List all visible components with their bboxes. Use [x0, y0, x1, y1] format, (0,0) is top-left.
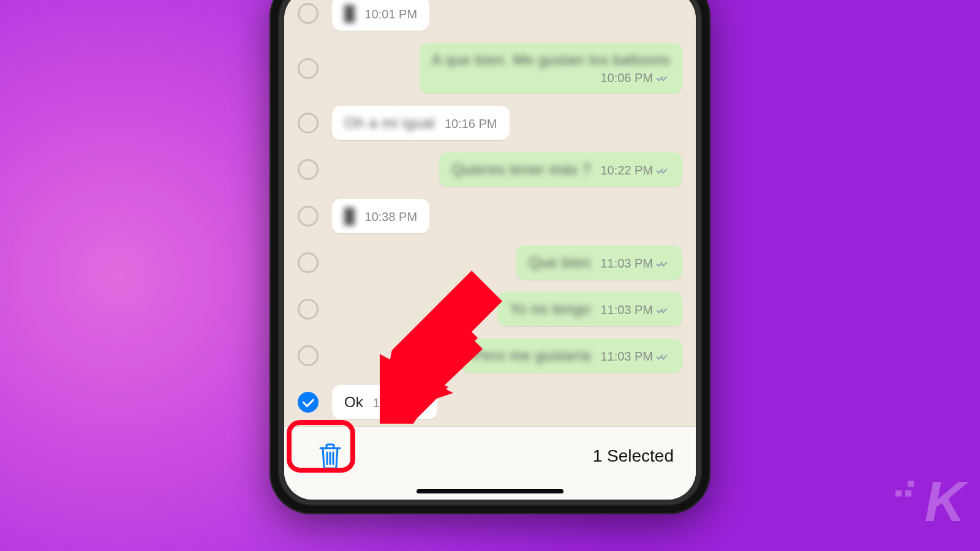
message-time: 10:01 PM — [365, 7, 418, 21]
selection-toolbar: 1 Selected — [284, 426, 696, 500]
message-select-circle[interactable] — [298, 3, 318, 24]
message-row[interactable]: Pero me gustaría11:03 PM — [298, 339, 682, 373]
message-text: █ — [344, 5, 355, 22]
read-ticks-icon — [657, 260, 670, 268]
message-time: 10:06 PM — [600, 71, 653, 85]
message-row[interactable]: Quieres tener más ?10:22 PM — [298, 152, 682, 187]
message-meta: 11:03 PM — [600, 350, 670, 364]
message-time: 11:04 PM — [373, 396, 426, 410]
message-time: 10:38 PM — [365, 210, 418, 224]
message-row[interactable]: Oh a mi igual10:16 PM — [298, 106, 682, 140]
bubble-area: Ok11:04 PM — [332, 385, 682, 419]
message-select-circle[interactable] — [298, 392, 318, 413]
phone-frame: █10:01 PMA que bien. Me gustan los ballo… — [270, 0, 710, 514]
message-text: Que bien — [529, 254, 590, 271]
message-time: 11:03 PM — [600, 350, 653, 364]
phone-screen: █10:01 PMA que bien. Me gustan los ballo… — [284, 0, 696, 500]
home-indicator[interactable] — [417, 489, 564, 493]
read-ticks-icon — [657, 167, 670, 175]
bubble-area: █10:01 PM — [332, 0, 682, 31]
message-row[interactable]: █10:01 PM — [298, 0, 682, 31]
message-select-circle[interactable] — [298, 58, 318, 79]
watermark-logo: K — [925, 470, 963, 534]
phone-bevel: █10:01 PMA que bien. Me gustan los ballo… — [278, 0, 702, 506]
message-meta: 11:04 PM — [373, 396, 426, 410]
message-row[interactable]: █10:38 PM — [298, 199, 682, 233]
sent-message-bubble[interactable]: Yo no tengo11:03 PM — [497, 292, 682, 326]
message-select-circle[interactable] — [298, 206, 318, 227]
message-select-circle[interactable] — [298, 345, 318, 366]
message-select-circle[interactable] — [298, 113, 318, 133]
message-row[interactable]: Yo no tengo11:03 PM — [298, 292, 682, 326]
bubble-area: █10:38 PM — [332, 199, 682, 233]
received-message-bubble[interactable]: █10:38 PM — [332, 199, 429, 233]
message-meta: 11:03 PM — [600, 303, 670, 317]
read-ticks-icon — [657, 306, 670, 315]
message-text: Quieres tener más ? — [451, 161, 590, 178]
message-row[interactable]: Ok11:04 PM — [298, 385, 682, 419]
message-meta: 10:16 PM — [445, 117, 497, 131]
delete-button[interactable] — [306, 432, 354, 480]
read-ticks-icon — [657, 74, 670, 83]
message-text: Pero me gustaría — [473, 347, 590, 364]
received-message-bubble[interactable]: █10:01 PM — [332, 0, 429, 31]
sent-message-bubble[interactable]: A que bien. Me gustan los balloons10:06 … — [420, 43, 682, 94]
message-meta: 10:38 PM — [365, 210, 418, 224]
received-message-bubble[interactable]: Ok11:04 PM — [332, 385, 437, 419]
message-time: 10:22 PM — [600, 163, 653, 178]
message-text: Yo no tengo — [510, 301, 591, 318]
read-ticks-icon — [657, 353, 670, 361]
message-select-circle[interactable] — [298, 159, 318, 180]
chat-message-list: █10:01 PMA que bien. Me gustan los ballo… — [284, 0, 696, 426]
bubble-area: Pero me gustaría11:03 PM — [332, 339, 682, 373]
bubble-area: Quieres tener más ?10:22 PM — [332, 152, 682, 187]
message-meta: 10:01 PM — [365, 7, 418, 21]
bubble-area: Oh a mi igual10:16 PM — [332, 106, 682, 140]
bubble-area: Yo no tengo11:03 PM — [332, 292, 682, 326]
message-text: Oh a mi igual — [344, 114, 435, 132]
message-text: █ — [344, 208, 355, 225]
message-text: Ok — [344, 394, 363, 411]
message-meta: 10:06 PM — [600, 71, 670, 85]
message-row[interactable]: Que bien11:03 PM — [298, 246, 682, 280]
sent-message-bubble[interactable]: Quieres tener más ?10:22 PM — [439, 152, 682, 187]
message-row[interactable]: A que bien. Me gustan los balloons10:06 … — [298, 43, 682, 94]
sent-message-bubble[interactable]: Pero me gustaría11:03 PM — [461, 339, 682, 373]
message-time: 11:03 PM — [600, 303, 653, 317]
message-meta: 10:22 PM — [600, 163, 670, 178]
screenshot-stage: █10:01 PMA que bien. Me gustan los ballo… — [0, 0, 980, 551]
message-meta: 11:03 PM — [600, 257, 670, 271]
message-select-circle[interactable] — [298, 299, 318, 320]
received-message-bubble[interactable]: Oh a mi igual10:16 PM — [332, 106, 510, 140]
bubble-area: A que bien. Me gustan los balloons10:06 … — [332, 43, 682, 94]
selected-count-label: 1 Selected — [593, 446, 674, 466]
sent-message-bubble[interactable]: Que bien11:03 PM — [516, 246, 682, 280]
message-text: A que bien. Me gustan los balloons — [432, 51, 670, 69]
bubble-area: Que bien11:03 PM — [332, 246, 682, 280]
trash-icon — [318, 443, 342, 470]
message-time: 11:03 PM — [600, 257, 653, 271]
message-select-circle[interactable] — [298, 252, 318, 273]
message-time: 10:16 PM — [445, 117, 497, 131]
